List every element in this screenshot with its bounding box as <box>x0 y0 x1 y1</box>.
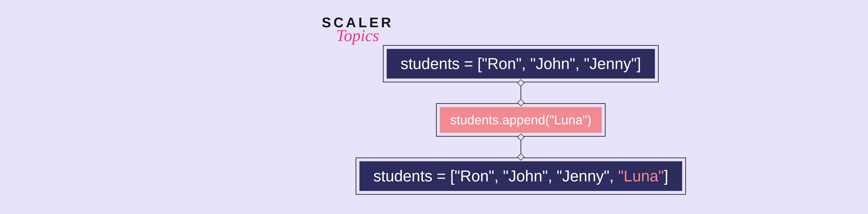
result-appended-item: "Luna" <box>618 167 664 185</box>
scaler-topics-logo: SCALER Topics <box>318 15 398 43</box>
result-prefix: students = ["Ron", "John", "Jenny", <box>373 167 618 185</box>
logo-sub-text: Topics <box>318 29 398 43</box>
box-append-call: students.append("Luna") <box>440 107 602 133</box>
connector-2 <box>521 137 521 157</box>
box-initial-list: students = ["Ron", "John", "Jenny"] <box>387 49 655 78</box>
box-initial-list-outer: students = ["Ron", "John", "Jenny"] <box>383 45 659 82</box>
result-suffix: ] <box>664 167 669 185</box>
append-diagram: students = ["Ron", "John", "Jenny"] stud… <box>355 45 686 195</box>
box-result-list-outer: students = ["Ron", "John", "Jenny", "Lun… <box>355 157 686 195</box>
connector-1 <box>521 82 521 103</box>
box-append-call-outer: students.append("Luna") <box>436 103 606 137</box>
box-result-list: students = ["Ron", "John", "Jenny", "Lun… <box>359 161 682 191</box>
